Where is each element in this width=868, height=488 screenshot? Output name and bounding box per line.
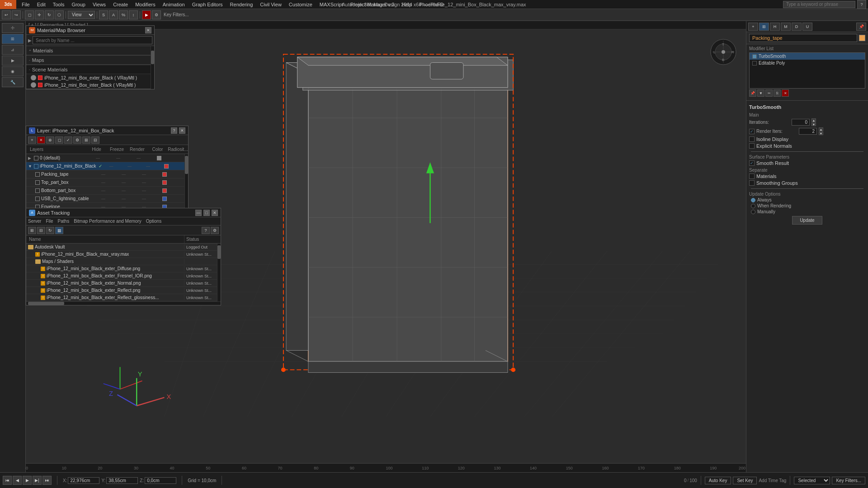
asset-tool-3[interactable]: ↻ <box>46 227 54 234</box>
setkey-btn[interactable]: Set Key <box>733 477 757 484</box>
layer-row-default[interactable]: ▶ 0 (default) — — — <box>26 154 188 162</box>
move-btn[interactable]: ✛ <box>35 10 44 19</box>
menu-tools[interactable]: Tools <box>49 1 68 8</box>
mod-cut-btn[interactable]: ✂ <box>765 89 773 97</box>
render-iters-up[interactable]: ▲ <box>819 127 823 131</box>
isoline-checkbox[interactable] <box>749 136 755 142</box>
menu-create[interactable]: Create <box>109 1 132 8</box>
asset-close-btn[interactable]: ✕ <box>212 210 218 216</box>
asset-hscroll-thumb[interactable] <box>28 302 64 305</box>
hierarchy-btn[interactable]: ⊿ <box>2 45 24 55</box>
asset-hscroll[interactable] <box>26 301 221 305</box>
redo-btn[interactable]: ↪ <box>12 10 21 19</box>
key-filters-btn[interactable]: Key Filters... <box>832 477 865 484</box>
layer-color-default[interactable] <box>149 156 169 160</box>
menu-civil-view[interactable]: Civil View <box>256 1 285 8</box>
angle-snap-btn[interactable]: A <box>109 10 118 19</box>
menu-customize[interactable]: Customize <box>285 1 316 8</box>
layer-color-bottom[interactable] <box>154 188 175 193</box>
asset-menu-file[interactable]: File <box>46 219 53 224</box>
smooth-result-checkbox[interactable] <box>749 160 755 166</box>
iterations-down[interactable]: ▼ <box>811 122 816 126</box>
layer-new-btn[interactable]: + <box>28 136 36 144</box>
mmb-materials-header[interactable]: + Materials <box>26 46 154 55</box>
when-rendering-radio-btn[interactable] <box>751 204 755 208</box>
layer-row-packing-tape[interactable]: Packing_tape — — — <box>26 170 188 178</box>
always-radio[interactable]: Always <box>751 197 865 202</box>
modifier-turbsmooth[interactable]: TurboSmooth <box>750 53 865 60</box>
asset-tool-4[interactable]: ▦ <box>55 227 63 234</box>
layer-collapse-btn[interactable]: ⊟ <box>91 136 99 144</box>
update-button[interactable]: Update <box>792 216 822 225</box>
rotate-btn[interactable]: ↻ <box>45 10 54 19</box>
layer-select-btn[interactable]: ◻ <box>55 136 63 144</box>
motion-tab[interactable]: M <box>781 23 791 31</box>
play-anim-btn[interactable]: ▶ <box>23 476 32 485</box>
mmb-scrollbar[interactable] <box>151 46 154 89</box>
spinner-snap-btn[interactable]: ↕ <box>129 10 138 19</box>
menu-file[interactable]: File <box>18 1 33 8</box>
create-tab[interactable]: + <box>748 23 758 31</box>
menu-edit[interactable]: Edit <box>33 1 49 8</box>
layer-row-bottom-part[interactable]: Bottom_part_box — — — <box>26 187 188 195</box>
undo-btn[interactable]: ↩ <box>2 10 11 19</box>
display-tab[interactable]: D <box>792 23 802 31</box>
display-btn[interactable]: ◉ <box>2 66 24 76</box>
asset-menu-bitmap[interactable]: Bitmap Performance and Memory <box>74 219 142 224</box>
menu-animation[interactable]: Animation <box>159 1 189 8</box>
animation-mode-dropdown[interactable]: Selected <box>794 477 830 484</box>
layer-row-top-part[interactable]: Top_part_box — — — <box>26 178 188 187</box>
mod-copy-btn[interactable]: ⎘ <box>774 89 781 97</box>
object-color-swatch[interactable] <box>859 35 865 41</box>
asset-row-reflect[interactable]: ! iPhone_12_mini_box_Black_exter_Reflect… <box>26 287 221 294</box>
x-input[interactable] <box>68 477 99 484</box>
scene-material-1[interactable]: iPhone_12_mini_Box_inter_Black ( VRayMtl… <box>26 81 154 89</box>
asset-minimize-btn[interactable]: — <box>195 210 202 216</box>
layer-expand-iphone[interactable]: ▼ <box>28 164 33 169</box>
autokey-btn[interactable]: Auto Key <box>705 477 731 484</box>
asset-scrollbar-thumb[interactable] <box>217 245 221 259</box>
asset-row-fresnel[interactable]: ! iPhone_12_mini_box_Black_exter_Fresnel… <box>26 272 221 280</box>
asset-row-reflect-gloss[interactable]: ! iPhone_12_mini_box_Black_exter_Reflect… <box>26 294 221 301</box>
mmb-search-input[interactable] <box>33 36 152 44</box>
asset-row-diffuse[interactable]: ! iPhone_12_mini_box_Black_exter_Diffuse… <box>26 265 221 272</box>
menu-modifiers[interactable]: Modifiers <box>132 1 159 8</box>
asset-menu-options[interactable]: Options <box>146 219 161 224</box>
utilities-tab[interactable]: U <box>802 23 812 31</box>
materials-checkbox[interactable] <box>749 174 755 179</box>
snap-btn[interactable]: S <box>99 10 108 19</box>
layer-add-selected-btn[interactable]: ⊕ <box>46 136 54 144</box>
play-btn[interactable]: ⏮ <box>3 476 12 485</box>
utilities-btn[interactable]: 🔧 <box>2 77 24 87</box>
modifier-check-turbsmooth[interactable] <box>752 54 757 59</box>
menu-group[interactable]: Group <box>68 1 89 8</box>
layer-help-btn[interactable]: ? <box>171 127 177 134</box>
manually-radio[interactable]: Manually <box>751 209 865 214</box>
asset-menu-server[interactable]: Server <box>28 219 41 224</box>
layer-color-packing[interactable] <box>154 172 175 177</box>
layer-row-iphone-box[interactable]: ▼ iPhone_12_mini_Box_Black ✓ — — — <box>26 162 188 170</box>
scene-material-0[interactable]: iPhone_12_mini_Box_exter_Black ( VRayMtl… <box>26 74 154 81</box>
asset-row-maps-folder[interactable]: Maps / Shaders <box>26 258 221 265</box>
render-iters-input[interactable] <box>799 128 817 135</box>
modifier-list[interactable]: TurboSmooth Editable Poly <box>749 52 865 89</box>
create-panel-btn[interactable]: ☩ <box>2 23 24 33</box>
y-input[interactable] <box>106 477 138 484</box>
layer-color-iphone[interactable] <box>157 164 176 169</box>
mmb-maps-header[interactable]: - Maps <box>26 56 154 65</box>
scale-btn[interactable]: ⬡ <box>55 10 64 19</box>
asset-menu-paths[interactable]: Paths <box>58 219 70 224</box>
layer-close-btn[interactable]: ✕ <box>179 127 185 134</box>
pin-btn[interactable]: 📌 <box>856 23 866 31</box>
layer-row-usb-cable[interactable]: USB_C_lightning_cable — — — <box>26 195 188 203</box>
mod-pin-btn[interactable]: 📌 <box>749 89 756 97</box>
mod-del-btn[interactable]: ✕ <box>782 89 789 97</box>
mmb-scrollbar-thumb[interactable] <box>151 51 154 64</box>
layer-color-usb[interactable] <box>154 197 175 201</box>
layer-current-btn[interactable]: ✓ <box>64 136 72 144</box>
menu-graph-editors[interactable]: Graph Editors <box>189 1 226 8</box>
asset-maximize-btn[interactable]: □ <box>203 210 210 216</box>
modify-tab[interactable]: ⊞ <box>759 23 769 31</box>
layer-scrollbar-thumb[interactable] <box>185 156 188 174</box>
asset-scrollbar-right[interactable] <box>217 244 221 301</box>
